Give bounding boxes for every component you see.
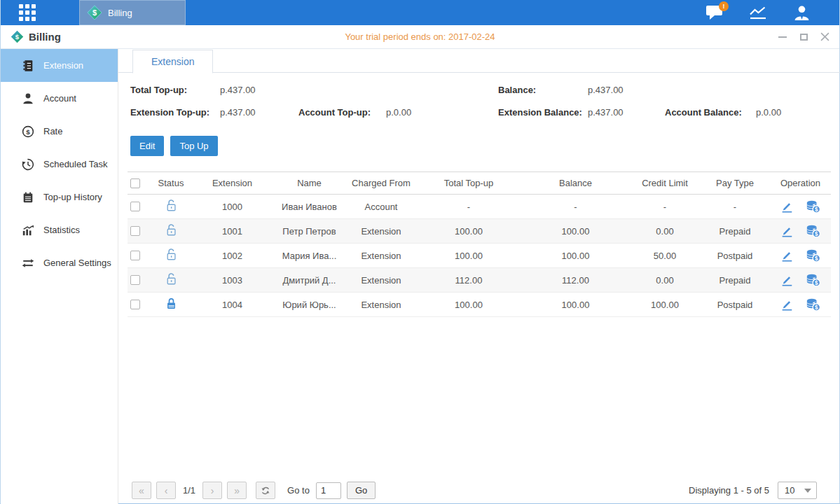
table-row[interactable]: 1001Петр ПетровExtension100.00100.000.00… — [128, 219, 831, 244]
unlocked-icon — [165, 248, 177, 261]
edit-row-button[interactable] — [780, 200, 794, 214]
row-checkbox[interactable] — [130, 251, 140, 260]
table-row[interactable]: 1002Мария Ива...Extension100.00100.0050.… — [128, 244, 831, 268]
apps-grid-button[interactable] — [1, 0, 54, 25]
unlocked-icon — [165, 223, 177, 237]
account-balance-label: Account Balance: — [665, 107, 756, 118]
cell-pay-type: Postpaid — [700, 251, 770, 261]
taskbar-billing-tab[interactable]: $ Billing — [79, 0, 186, 25]
page-size-select[interactable]: 10 — [778, 482, 817, 499]
cell-extension: 1004 — [192, 300, 273, 310]
last-page-button[interactable]: » — [227, 482, 247, 499]
table-body: 1000Иван ИвановAccount----$1001Петр Петр… — [128, 195, 831, 317]
billing-window-icon: $ — [11, 30, 24, 43]
edit-button[interactable]: Edit — [130, 136, 164, 156]
cell-balance: 112.00 — [521, 275, 630, 286]
close-button[interactable] — [820, 32, 829, 42]
edit-icon — [780, 248, 794, 262]
prev-page-button[interactable]: ‹ — [156, 482, 176, 499]
svg-text:$: $ — [26, 127, 30, 135]
column-header: Status — [150, 178, 192, 188]
cell-extension: 1002 — [192, 251, 273, 261]
sidebar-item-general-settings[interactable]: General Settings — [1, 246, 118, 279]
operation-cell: $ — [770, 298, 831, 312]
billing-app-icon: $ — [87, 5, 102, 20]
maximize-button[interactable] — [799, 32, 808, 42]
sidebar-item-rate[interactable]: $ Rate — [1, 115, 118, 148]
cell-total-topup: 100.00 — [416, 300, 521, 310]
cell-total-topup: - — [416, 202, 521, 212]
cell-charged-from: Extension — [346, 226, 416, 237]
tab-extension[interactable]: Extension — [132, 50, 213, 74]
next-page-button[interactable]: › — [202, 482, 222, 499]
refresh-button[interactable] — [256, 482, 275, 499]
cell-charged-from: Account — [346, 202, 416, 212]
go-button[interactable]: Go — [347, 482, 376, 499]
cell-charged-from: Extension — [346, 251, 416, 261]
goto-page-input[interactable] — [316, 482, 341, 499]
sidebar-item-label: Scheduled Task — [43, 159, 108, 169]
topup-row-button[interactable]: $ — [805, 298, 821, 312]
edit-row-button[interactable] — [780, 224, 794, 238]
window-titlebar: $ Billing Your trial period ends on: 201… — [1, 25, 839, 49]
table-row[interactable]: 1003Дмитрий Д...Extension112.00112.000.0… — [128, 268, 831, 293]
sidebar-item-account[interactable]: Account — [1, 82, 118, 115]
top-up-button[interactable]: Top Up — [170, 136, 217, 156]
sidebar-item-statistics[interactable]: Statistics — [1, 214, 118, 246]
topup-row-button[interactable]: $ — [805, 200, 821, 214]
edit-row-button[interactable] — [780, 273, 794, 287]
topup-icon: $ — [805, 200, 821, 214]
select-all-checkbox[interactable] — [130, 178, 140, 188]
minimize-button[interactable] — [778, 32, 787, 42]
cell-name: Дмитрий Д... — [273, 275, 346, 286]
status-cell — [150, 248, 192, 263]
topup-row-button[interactable]: $ — [805, 224, 821, 238]
column-header: Charged From — [346, 178, 416, 188]
cell-balance: 100.00 — [521, 226, 630, 237]
cell-pay-type: Prepaid — [700, 226, 770, 237]
unlocked-icon — [165, 199, 177, 212]
sidebar-item-extension[interactable]: Extension — [1, 49, 118, 82]
extension-icon — [22, 59, 34, 72]
row-checkbox[interactable] — [130, 202, 140, 211]
sidebar-item-scheduled-task[interactable]: Scheduled Task — [1, 148, 118, 181]
status-cell — [150, 272, 192, 288]
cell-pay-type: Prepaid — [700, 275, 770, 286]
table-row[interactable]: 1000Иван ИвановAccount----$ — [128, 195, 831, 219]
operation-cell: $ — [770, 200, 831, 214]
cell-name: Петр Петров — [273, 226, 346, 237]
balance-label: Balance: — [498, 85, 588, 95]
row-checkbox[interactable] — [130, 300, 140, 309]
taskbar-tab-label: Billing — [108, 8, 132, 18]
resource-monitor-icon[interactable] — [748, 4, 768, 22]
edit-row-button[interactable] — [780, 248, 794, 262]
sidebar-item-topup-history[interactable]: Top-up History — [1, 181, 118, 214]
messages-icon[interactable]: ! — [705, 4, 724, 22]
summary-panel: Total Top-up: p.437.00 Balance: p.437.00… — [130, 85, 831, 118]
topup-icon: $ — [805, 298, 821, 312]
unlocked-icon — [165, 272, 177, 286]
status-cell — [150, 223, 192, 239]
cell-extension: 1003 — [192, 275, 273, 286]
window-title: Billing — [29, 31, 61, 43]
row-checkbox[interactable] — [130, 275, 140, 285]
scheduled-task-icon — [22, 158, 34, 171]
pagination-bar: « ‹ 1/1 › » Go to Go Displaying 1 — [132, 482, 831, 499]
first-page-button[interactable]: « — [132, 482, 151, 499]
topup-row-button[interactable]: $ — [805, 273, 821, 287]
column-header: Credit Limit — [630, 178, 700, 188]
row-checkbox[interactable] — [130, 226, 140, 236]
extensions-table: StatusExtensionNameCharged FromTotal Top… — [128, 172, 831, 317]
svg-text:$: $ — [815, 280, 818, 286]
page-size-value: 10 — [785, 485, 794, 496]
table-row[interactable]: 1004Юрий Юрь...Extension100.00100.00100.… — [128, 293, 831, 317]
svg-text:$: $ — [15, 33, 20, 41]
page-indicator: 1/1 — [183, 485, 195, 496]
topup-history-icon — [22, 191, 34, 204]
svg-text:$: $ — [92, 8, 97, 17]
cell-charged-from: Extension — [346, 300, 416, 310]
edit-row-button[interactable] — [780, 298, 794, 312]
topup-row-button[interactable]: $ — [805, 248, 821, 262]
user-icon[interactable] — [792, 4, 811, 22]
account-topup-label: Account Top-up: — [298, 107, 386, 118]
